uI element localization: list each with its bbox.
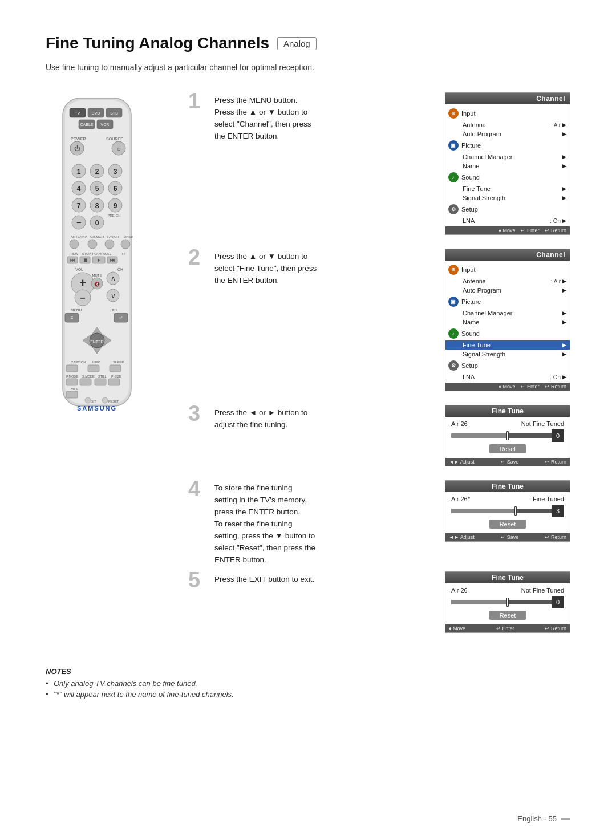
setup-label-1: Setup bbox=[460, 206, 566, 213]
notes-section: NOTES Only analog TV channels can be fin… bbox=[46, 667, 570, 699]
lna-arrow-1: ▶ bbox=[562, 218, 566, 224]
picture-label-2: Picture bbox=[460, 298, 566, 305]
menu-row-antenna-2: Antenna : Air ▶ bbox=[445, 277, 570, 286]
step-1-number: 1 bbox=[188, 90, 204, 112]
fine-tune-header-5: Fine Tune bbox=[445, 572, 570, 583]
ft-slider-wrap-3: 0 bbox=[451, 429, 564, 442]
autoprog-label-2: Auto Program bbox=[461, 287, 561, 294]
menu-row-chanmgr-1: Channel Manager ▶ bbox=[445, 152, 570, 161]
svg-text:⊙: ⊙ bbox=[117, 147, 121, 152]
ft-slider-wrap-5: 0 bbox=[451, 596, 564, 608]
fine-tune-header-3: Fine Tune bbox=[445, 405, 570, 417]
lna-label-2: LNA bbox=[461, 374, 550, 380]
svg-text:ENTER: ENTER bbox=[90, 340, 104, 344]
ft-reset-btn-3[interactable]: Reset bbox=[489, 444, 526, 453]
step-2-text: Press the ▲ or ▼ button to select "Fine … bbox=[214, 249, 435, 287]
step-3-text: Press the ◄ or ► button to adjust the fi… bbox=[214, 405, 435, 431]
channel-body-2: ⊕ Input Antenna : Air ▶ Auto Program ▶ bbox=[445, 261, 570, 383]
svg-text:+: + bbox=[79, 277, 86, 289]
ft-footer-4: ◄► Adjust ↵ Save ↩ Return bbox=[445, 533, 570, 541]
svg-text:⏻: ⏻ bbox=[74, 145, 80, 152]
ft-slider-thumb-4 bbox=[514, 506, 517, 516]
svg-rect-97 bbox=[80, 379, 91, 385]
svg-text:MENU: MENU bbox=[71, 308, 82, 312]
signal-label-1: Signal Strength bbox=[461, 194, 561, 201]
lna-arrow-2: ▶ bbox=[562, 374, 566, 380]
tv-channel-screen-2: Channel ⊕ Input Antenna : Air ▶ bbox=[445, 249, 570, 391]
ft-footer-adjust-4: ◄► Adjust bbox=[449, 534, 475, 540]
svg-text:SAMSUNG: SAMSUNG bbox=[77, 405, 117, 412]
signal-arrow-1: ▶ bbox=[562, 195, 566, 201]
signal-arrow-2: ▶ bbox=[562, 351, 566, 357]
ft-footer-return-4: ↩ Return bbox=[545, 534, 566, 540]
setup-icon-2: ⚙ bbox=[448, 360, 460, 371]
svg-rect-91 bbox=[110, 365, 121, 372]
steps-column: 1 Press the MENU button. Press the ▲ or … bbox=[188, 92, 570, 647]
svg-text:9: 9 bbox=[114, 202, 117, 210]
footer-return-2: ↩ Return bbox=[545, 384, 566, 389]
svg-text:≡: ≡ bbox=[71, 315, 74, 320]
ft-footer-save-3: ↵ Save bbox=[501, 459, 518, 465]
finetune-arrow-1: ▶ bbox=[562, 186, 566, 192]
svg-text:TV: TV bbox=[75, 111, 80, 115]
ft-channel-3: Air 26 bbox=[451, 420, 468, 427]
ft-reset-row-4: Reset bbox=[451, 520, 564, 529]
ft-reset-btn-5[interactable]: Reset bbox=[489, 611, 526, 620]
fine-tune-row1-3: Air 26 Not Fine Tuned bbox=[451, 420, 564, 427]
input-label-2: Input bbox=[460, 266, 566, 273]
notes-title: NOTES bbox=[46, 667, 570, 676]
step-4-screen: Fine Tune Air 26* Fine Tuned bbox=[445, 480, 570, 550]
ft-status-3: Not Fine Tuned bbox=[521, 420, 564, 427]
fine-tune-screen-3: Fine Tune Air 26 Not Fine Tuned bbox=[445, 405, 570, 466]
antenna-label-1: Antenna bbox=[461, 121, 551, 128]
input-icon-2: ⊕ bbox=[448, 264, 460, 275]
step-2-row: 2 Press the ▲ or ▼ button to select "Fin… bbox=[188, 249, 570, 399]
lna-value-1: : On bbox=[550, 218, 561, 224]
svg-text:S.MODE: S.MODE bbox=[82, 375, 95, 378]
menu-row-lna-1: LNA : On ▶ bbox=[445, 216, 570, 225]
step-2-screen: Channel ⊕ Input Antenna : Air ▶ bbox=[445, 249, 570, 399]
svg-text:−: − bbox=[80, 293, 85, 303]
svg-point-104 bbox=[102, 397, 108, 403]
menu-row-autoprog-1: Auto Program ▶ bbox=[445, 129, 570, 139]
name-arrow-1: ▶ bbox=[562, 163, 566, 169]
picture-icon-2: ▣ bbox=[448, 296, 460, 307]
svg-text:8: 8 bbox=[95, 202, 99, 210]
svg-text:3: 3 bbox=[114, 168, 117, 176]
ft-slider-bg-4 bbox=[451, 509, 564, 513]
svg-rect-99 bbox=[108, 379, 120, 385]
autoprog-arrow-2: ▶ bbox=[562, 287, 566, 293]
sound-icon-1: ♪ bbox=[448, 172, 460, 183]
setup-icon-1: ⚙ bbox=[448, 204, 460, 215]
fine-tune-row1-5: Air 26 Not Fine Tuned bbox=[451, 587, 564, 594]
svg-text:4: 4 bbox=[77, 185, 81, 193]
menu-row-antenna-1: Antenna : Air ▶ bbox=[445, 120, 570, 129]
ft-slider-thumb-3 bbox=[506, 431, 509, 440]
name-arrow-2: ▶ bbox=[562, 319, 566, 325]
ft-slider-thumb-5 bbox=[506, 598, 509, 607]
menu-row-sound-1: ♪ Sound bbox=[445, 171, 570, 184]
sound-label-1: Sound bbox=[460, 174, 566, 181]
svg-text:EXIT: EXIT bbox=[110, 308, 117, 312]
ft-reset-btn-4[interactable]: Reset bbox=[489, 520, 526, 529]
svg-text:MUTE: MUTE bbox=[92, 274, 102, 277]
page-number-box bbox=[561, 818, 570, 820]
svg-text:POWER: POWER bbox=[71, 137, 86, 141]
svg-rect-89 bbox=[66, 365, 78, 372]
svg-text:MTS: MTS bbox=[71, 387, 78, 391]
svg-text:RESET: RESET bbox=[108, 400, 119, 403]
svg-text:6: 6 bbox=[114, 185, 117, 193]
subtitle: Use fine tuning to manually adjust a par… bbox=[46, 63, 570, 72]
menu-row-finetune-1: Fine Tune ▶ bbox=[445, 184, 570, 193]
menu-row-signal-2: Signal Strength ▶ bbox=[445, 350, 570, 359]
antenna-arrow-1: ▶ bbox=[562, 122, 566, 128]
ft-reset-row-3: Reset bbox=[451, 444, 564, 453]
ft-value-3: 0 bbox=[552, 429, 564, 442]
step-3-number: 3 bbox=[188, 403, 204, 424]
step-5-screen: Fine Tune Air 26 Not Fine Tuned bbox=[445, 571, 570, 641]
remote-control-image: TV DVD STB CABLE VCR POWER SOURCE ⏻ bbox=[46, 92, 148, 425]
ft-footer-enter-5: ↵ Enter bbox=[496, 626, 514, 631]
menu-row-name-2: Name ▶ bbox=[445, 318, 570, 327]
footer-enter-1: ↵ Enter bbox=[521, 228, 539, 233]
input-icon-1: ⊕ bbox=[448, 108, 460, 119]
